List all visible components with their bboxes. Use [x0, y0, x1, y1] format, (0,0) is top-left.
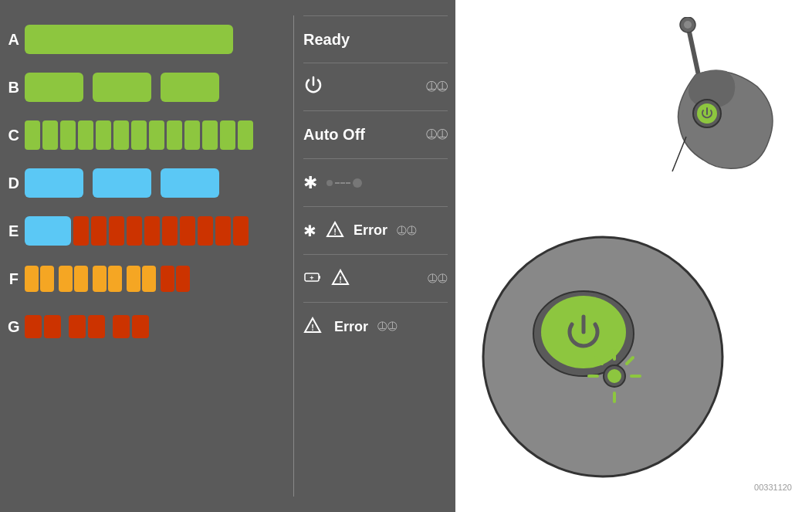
- svg-rect-3: [319, 276, 320, 279]
- svg-text:!: !: [311, 323, 314, 332]
- led-e-r6: [162, 216, 178, 246]
- led-f-4a: [127, 266, 140, 292]
- device-circle-illustration: [479, 233, 726, 480]
- row-label-d: D: [8, 159, 20, 207]
- svg-point-11: [684, 21, 692, 29]
- right-panel: 00331120: [455, 0, 812, 512]
- led-bar-a: [25, 25, 233, 54]
- warning-triangle-e: !: [326, 221, 344, 241]
- led-g-1a: [25, 315, 42, 338]
- led-d-2: [93, 168, 151, 198]
- row-label-g: G: [8, 303, 20, 351]
- device-circle-svg: [479, 233, 726, 480]
- led-e-r2: [91, 216, 107, 246]
- led-c-6: [113, 120, 129, 150]
- led-row-b: [25, 63, 293, 111]
- led-c-8: [149, 120, 164, 150]
- led-f-5b: [176, 266, 190, 292]
- status-c-sound: ⦹⦹: [426, 127, 448, 143]
- svg-point-19: [607, 369, 621, 383]
- led-e-r9: [215, 216, 231, 246]
- row-label-e: E: [8, 207, 20, 255]
- led-f-5a: [161, 266, 174, 292]
- led-e-r8: [198, 216, 213, 246]
- led-c-9: [167, 120, 182, 150]
- led-c-12: [220, 120, 235, 150]
- device-top-illustration: [626, 17, 780, 187]
- led-c-7: [131, 120, 147, 150]
- bluetooth-dots: [326, 178, 362, 188]
- led-e-r3: [109, 216, 124, 246]
- led-c-13: [238, 120, 253, 150]
- led-f-1b: [40, 266, 54, 292]
- led-g-2b: [88, 315, 105, 338]
- device-container: 00331120: [472, 17, 796, 496]
- row-label-f: F: [8, 255, 20, 303]
- led-c-2: [42, 120, 58, 150]
- led-row-g: [25, 303, 293, 351]
- led-f-3a: [93, 266, 107, 292]
- svg-text:!: !: [333, 227, 337, 236]
- led-d-3: [161, 168, 219, 198]
- status-f-sound: ⦹⦹: [428, 272, 448, 286]
- led-f-3b: [108, 266, 122, 292]
- status-column: Ready ⦹⦹ Auto Off ⦹⦹ ✱: [293, 15, 448, 497]
- led-g-1b: [44, 315, 61, 338]
- led-d-1: [25, 168, 83, 198]
- led-b-2: [93, 73, 151, 102]
- leds-area: [25, 15, 293, 497]
- status-row-e: ✱ ! Error ⦹⦹: [303, 207, 448, 255]
- status-row-g: ! Error ⦹⦹: [303, 303, 448, 351]
- status-g-sound: ⦹⦹: [377, 320, 398, 334]
- svg-text:+: +: [310, 274, 313, 282]
- row-label-a: A: [8, 15, 20, 63]
- led-e-r5: [144, 216, 160, 246]
- led-b-1: [25, 73, 83, 102]
- bt-dot-1: [326, 180, 333, 186]
- led-f-2b: [74, 266, 88, 292]
- bt-line: [335, 182, 350, 184]
- device-top-svg: [626, 17, 780, 187]
- bt-dot-2: [353, 178, 362, 188]
- status-autooff-text: Auto Off: [303, 126, 365, 144]
- status-row-f: + ! ⦹⦹: [303, 255, 448, 303]
- led-g-3a: [113, 315, 130, 338]
- led-e-r1: [73, 216, 89, 246]
- led-row-d: [25, 159, 293, 207]
- led-b-3: [161, 73, 219, 102]
- warning-triangle-g: !: [303, 317, 322, 337]
- led-c-3: [60, 120, 76, 150]
- led-row-e: [25, 207, 293, 255]
- status-error-g: Error: [334, 319, 368, 335]
- status-row-b: ⦹⦹: [303, 63, 448, 111]
- led-g-2a: [69, 315, 86, 338]
- led-f-4b: [142, 266, 156, 292]
- row-labels: A B C D E F G: [8, 15, 20, 497]
- led-e-r4: [127, 216, 142, 246]
- led-c-10: [184, 120, 200, 150]
- led-e-blue: [25, 216, 71, 246]
- led-c-5: [96, 120, 111, 150]
- status-error-e: Error: [354, 222, 387, 239]
- status-row-a: Ready: [303, 15, 448, 63]
- led-f-1a: [25, 266, 39, 292]
- led-e-r10: [233, 216, 249, 246]
- status-ready-text: Ready: [303, 31, 350, 49]
- row-label-b: B: [8, 63, 20, 111]
- status-e-sound: ⦹⦹: [397, 224, 417, 238]
- led-e-r7: [180, 216, 195, 246]
- led-c-4: [78, 120, 93, 150]
- led-row-a: [25, 15, 293, 63]
- led-row-c: [25, 111, 293, 159]
- led-g-3b: [132, 315, 149, 338]
- led-f-2a: [59, 266, 73, 292]
- battery-icon: +: [303, 268, 322, 290]
- led-c-1: [25, 120, 40, 150]
- bluetooth-icon: ✱: [303, 173, 317, 193]
- status-row-d: ✱: [303, 159, 448, 207]
- bluetooth-warning-icon: ✱: [303, 222, 316, 240]
- led-c-11: [202, 120, 218, 150]
- led-row-f: [25, 255, 293, 303]
- status-b-sound: ⦹⦹: [426, 79, 448, 95]
- watermark: 00331120: [754, 483, 792, 492]
